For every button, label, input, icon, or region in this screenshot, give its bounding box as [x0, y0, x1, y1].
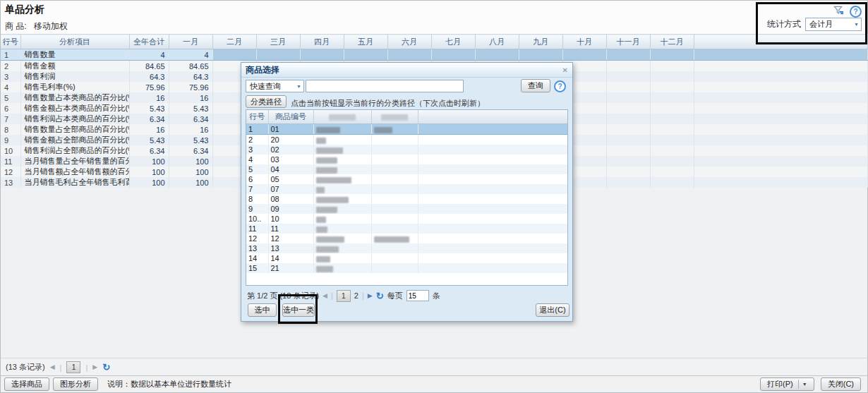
product-row[interactable]: 101: [246, 124, 567, 135]
chart-analysis-button[interactable]: 图形分析: [53, 377, 98, 391]
empty-cell: [418, 135, 567, 145]
column-header[interactable]: 五月: [344, 35, 387, 49]
search-input[interactable]: [306, 80, 464, 92]
refresh-icon[interactable]: ↻: [376, 291, 384, 301]
product-row[interactable]: 504: [246, 164, 567, 174]
column-header[interactable]: 十二月: [650, 35, 694, 49]
product-code-cell: 10: [268, 214, 313, 224]
product-row[interactable]: 909: [246, 204, 567, 214]
product-row[interactable]: 605: [246, 174, 567, 184]
column-header[interactable]: 四月: [300, 35, 344, 49]
select-product-button[interactable]: 选择商品: [4, 377, 49, 391]
help-icon[interactable]: ?: [850, 6, 862, 18]
row-number-cell: 14: [246, 253, 268, 263]
empty-cell: [418, 204, 567, 214]
value-cell: 6.34: [169, 145, 212, 156]
column-header[interactable]: 全年合计: [129, 35, 169, 49]
product-row[interactable]: 220: [246, 135, 567, 145]
value-cell: [650, 156, 694, 167]
empty-cell: [371, 243, 418, 253]
column-header[interactable]: [694, 35, 867, 49]
page-title: 单品分析: [5, 4, 44, 16]
product-row[interactable]: 1212: [246, 234, 567, 243]
top-icons: ?: [833, 5, 862, 18]
value-cell: [256, 49, 300, 61]
product-row[interactable]: 808: [246, 194, 567, 204]
product-row[interactable]: 707: [246, 184, 567, 194]
dialog-close-icon[interactable]: ✕: [562, 66, 568, 74]
column-header[interactable]: 行号: [1, 35, 20, 49]
empty-cell: [418, 124, 567, 135]
column-header[interactable]: [371, 110, 418, 124]
category-path-button[interactable]: 分类路径: [246, 95, 287, 108]
value-cell: 16: [129, 124, 169, 135]
refresh-icon[interactable]: ↻: [102, 363, 110, 372]
column-header[interactable]: 九月: [519, 35, 562, 49]
product-row[interactable]: 302: [246, 145, 567, 155]
exit-button[interactable]: 退出(C): [536, 303, 569, 317]
product-code-cell: 08: [268, 194, 313, 204]
column-header[interactable]: 八月: [475, 35, 519, 49]
product-row[interactable]: 1111: [246, 224, 567, 234]
query-button[interactable]: 查询: [521, 79, 550, 92]
value-cell: [606, 49, 650, 61]
value-cell: 4: [169, 49, 212, 61]
product-code-cell: 14: [268, 253, 313, 263]
item-cell: 销售利润占本类商品的百分比(%): [20, 114, 129, 124]
analysis-table-header: 行号分析项目全年合计一月二月三月四月五月六月七月八月九月十月十一月十二月: [1, 35, 867, 49]
value-cell: [650, 135, 694, 145]
value-cell: [606, 145, 650, 156]
prev-page-icon[interactable]: ◀: [323, 293, 327, 299]
select-class-button[interactable]: 选中一类: [282, 303, 315, 317]
filter-funnel-icon[interactable]: [833, 5, 844, 18]
stats-mode-select[interactable]: 会计月 ▼: [805, 18, 862, 31]
value-cell: 100: [129, 156, 169, 167]
value-cell: [650, 61, 694, 72]
row-number-cell: 5: [246, 164, 268, 174]
column-header[interactable]: 一月: [169, 35, 212, 49]
column-header[interactable]: 行号: [246, 110, 268, 124]
prev-page-icon[interactable]: ◀: [50, 364, 55, 370]
page-2-button[interactable]: 2: [354, 291, 358, 300]
item-cell: 销售毛利率(%): [20, 82, 129, 92]
column-header[interactable]: 商品编号: [268, 110, 313, 124]
current-page-button[interactable]: 1: [66, 361, 80, 373]
column-header[interactable]: 三月: [256, 35, 300, 49]
product-row[interactable]: 403: [246, 155, 567, 164]
column-header[interactable]: 六月: [387, 35, 431, 49]
product-row[interactable]: 1313: [246, 243, 567, 253]
analysis-row[interactable]: 1销售数量44: [1, 49, 867, 61]
value-cell: [650, 177, 694, 188]
product-row[interactable]: 10..10: [246, 214, 567, 224]
chevron-down-icon: ▼: [850, 22, 859, 27]
page-1-button[interactable]: 1: [337, 290, 351, 302]
print-button[interactable]: 打印(P) ▼: [760, 377, 814, 391]
redacted-text: [316, 226, 327, 233]
row-number-cell: 4: [246, 155, 268, 164]
next-page-icon[interactable]: ▶: [368, 293, 373, 299]
next-page-icon[interactable]: ▶: [92, 364, 97, 370]
close-button[interactable]: 关闭(C): [821, 377, 861, 391]
record-count: (13 条记录): [6, 362, 45, 373]
dialog-help-icon[interactable]: ?: [554, 80, 566, 92]
column-header[interactable]: 十一月: [606, 35, 650, 49]
column-header[interactable]: 分析项目: [20, 35, 129, 49]
item-cell: 销售利润: [20, 71, 129, 82]
value-cell: [650, 49, 694, 61]
select-button[interactable]: 选中: [248, 303, 277, 317]
column-header[interactable]: 七月: [431, 35, 475, 49]
quick-query-select[interactable]: 快速查询 ▼: [246, 80, 304, 92]
column-header[interactable]: [313, 110, 371, 124]
per-page-input[interactable]: [406, 290, 429, 301]
product-row[interactable]: 1521: [246, 263, 567, 273]
print-dropdown-icon[interactable]: ▼: [798, 380, 807, 389]
product-row[interactable]: 1414: [246, 253, 567, 263]
item-cell: 当月销售额占全年销售额的百分比(%): [20, 167, 129, 177]
product-code-cell: 11: [268, 224, 313, 234]
column-header[interactable]: 十月: [562, 35, 606, 49]
stats-mode-label: 统计方式: [767, 18, 801, 30]
column-header[interactable]: 二月: [212, 35, 256, 49]
per-page-unit: 条: [433, 291, 440, 301]
app-window: 单品分析 商 品:移动加权 ? 统计方式 会计月 ▼ 行号: [0, 0, 868, 393]
row-number-cell: 2: [246, 135, 268, 145]
